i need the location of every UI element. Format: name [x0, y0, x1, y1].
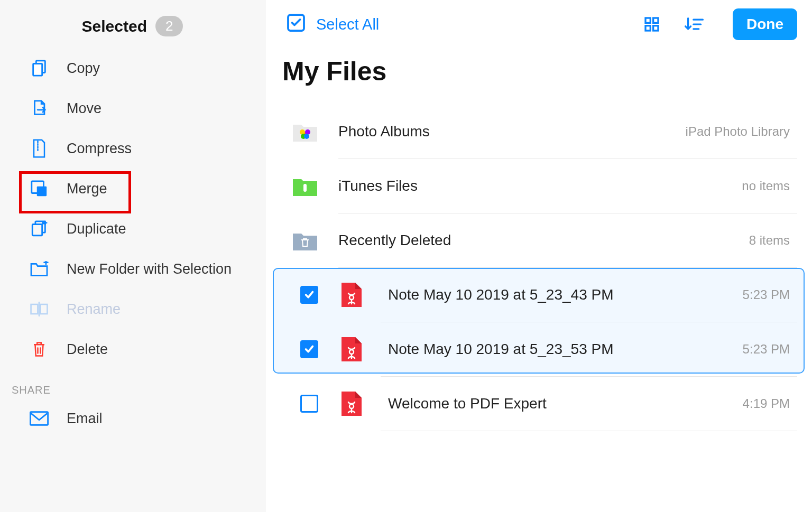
svg-rect-7	[41, 304, 48, 314]
share-section-label: SHARE	[0, 369, 265, 398]
sort-button[interactable]	[683, 13, 705, 35]
folder-row-trash[interactable]: Recently Deleted 8 items	[280, 213, 797, 267]
merge-action[interactable]: Merge	[0, 169, 265, 209]
sidebar-header: Selected 2	[0, 11, 265, 48]
merge-icon	[30, 179, 49, 198]
folder-name: Recently Deleted	[338, 232, 749, 249]
action-list: Copy Move Compress Merge Duplicate	[0, 48, 265, 369]
pdf-file-icon	[338, 336, 365, 362]
folder-row-photos[interactable]: Photo Albums iPad Photo Library	[280, 105, 797, 159]
folder-meta: no items	[742, 179, 790, 193]
move-icon	[30, 99, 49, 118]
svg-rect-11	[653, 18, 658, 23]
selected-label: Selected	[82, 17, 147, 35]
copy-label: Copy	[67, 60, 100, 77]
file-list: Note May 10 2019 at 5_23_43 PM 5:23 PM N…	[280, 268, 797, 431]
folder-name: iTunes Files	[338, 178, 742, 194]
file-name: Note May 10 2019 at 5_23_43 PM	[388, 286, 743, 303]
move-label: Move	[67, 100, 102, 117]
file-row[interactable]: Note May 10 2019 at 5_23_43 PM 5:23 PM	[280, 268, 797, 322]
share-action-list: Email	[0, 398, 265, 439]
email-action[interactable]: Email	[0, 398, 265, 439]
rename-label: Rename	[67, 301, 121, 318]
folder-meta: 8 items	[749, 233, 790, 248]
duplicate-action[interactable]: Duplicate	[0, 209, 265, 249]
file-row[interactable]: Welcome to PDF Expert 4:19 PM	[280, 377, 797, 431]
svg-point-20	[303, 184, 307, 187]
file-time: 4:19 PM	[743, 396, 790, 411]
compress-icon	[30, 139, 49, 158]
pdf-file-icon	[338, 390, 365, 417]
rename-icon	[30, 300, 49, 319]
email-label: Email	[67, 411, 103, 427]
checkbox[interactable]	[300, 286, 318, 304]
folder-row-itunes[interactable]: iTunes Files no items	[280, 159, 797, 213]
svg-point-18	[304, 134, 309, 139]
merge-label: Merge	[67, 181, 107, 197]
grid-view-button[interactable]	[641, 13, 663, 35]
checkbox[interactable]	[300, 395, 318, 413]
file-time: 5:23 PM	[743, 287, 790, 302]
file-row[interactable]: Note May 10 2019 at 5_23_53 PM 5:23 PM	[280, 322, 797, 376]
select-all-icon	[287, 13, 306, 36]
photos-folder-icon	[292, 118, 318, 145]
file-name: Welcome to PDF Expert	[388, 395, 743, 412]
new-folder-label: New Folder with Selection	[67, 261, 232, 277]
folder-list: Photo Albums iPad Photo Library iTunes F…	[280, 105, 797, 268]
file-name: Note May 10 2019 at 5_23_53 PM	[388, 341, 743, 358]
svg-rect-5	[32, 225, 42, 236]
compress-action[interactable]: Compress	[0, 128, 265, 169]
done-button[interactable]: Done	[733, 8, 797, 40]
select-all-button[interactable]: Select All	[287, 13, 379, 36]
duplicate-icon	[30, 219, 49, 238]
svg-rect-1	[33, 64, 42, 76]
new-folder-icon	[30, 259, 49, 278]
duplicate-label: Duplicate	[67, 221, 126, 237]
email-icon	[30, 409, 49, 428]
main-panel: Select All Done My Files Photo Albums iP…	[265, 0, 812, 512]
rename-action: Rename	[0, 289, 265, 329]
new-folder-action[interactable]: New Folder with Selection	[0, 249, 265, 289]
move-action[interactable]: Move	[0, 88, 265, 128]
folder-name: Photo Albums	[338, 123, 686, 140]
svg-rect-6	[31, 304, 38, 314]
sidebar: Selected 2 Copy Move Compress Merg	[0, 0, 265, 512]
delete-label: Delete	[67, 341, 108, 358]
svg-rect-3	[37, 187, 47, 196]
svg-rect-12	[645, 26, 650, 31]
delete-icon	[30, 340, 49, 359]
page-title: My Files	[280, 40, 797, 105]
pdf-file-icon	[338, 282, 365, 308]
copy-action[interactable]: Copy	[0, 48, 265, 88]
delete-action[interactable]: Delete	[0, 329, 265, 369]
itunes-folder-icon	[292, 173, 318, 199]
selected-count-badge: 2	[155, 16, 183, 36]
toolbar: Select All Done	[280, 0, 797, 40]
folder-meta: iPad Photo Library	[686, 124, 790, 139]
checkbox[interactable]	[300, 340, 318, 358]
trash-folder-icon	[292, 227, 318, 254]
svg-rect-10	[645, 18, 650, 23]
compress-label: Compress	[67, 141, 132, 157]
svg-rect-8	[30, 412, 48, 425]
file-time: 5:23 PM	[743, 342, 790, 357]
svg-rect-13	[653, 26, 658, 31]
copy-icon	[30, 59, 49, 78]
select-all-label: Select All	[316, 16, 379, 33]
